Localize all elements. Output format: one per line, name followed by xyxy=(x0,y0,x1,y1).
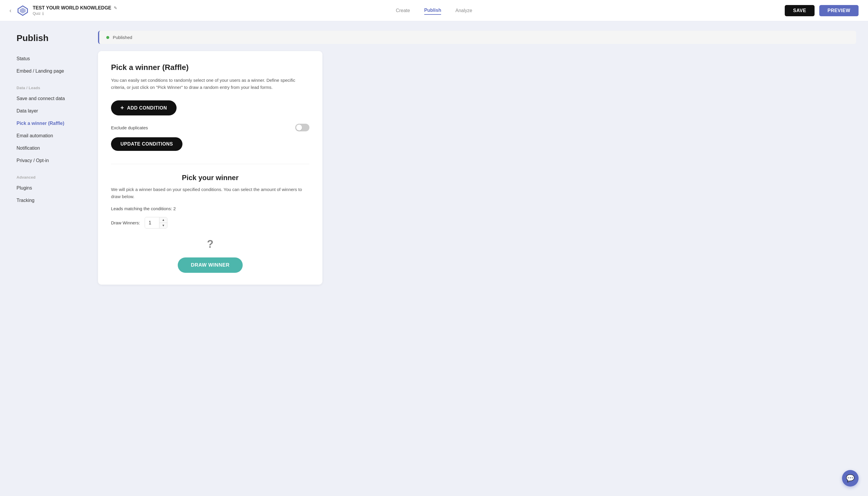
topnav-left: ‹ TEST YOUR WORLD KNOWLEDGE ✎ Quiz ℹ xyxy=(10,4,293,17)
content-area: Published Pick a winner (Raffle) You can… xyxy=(89,21,868,496)
spinner-down-button[interactable]: ▼ xyxy=(159,223,167,228)
exclude-duplicates-toggle[interactable] xyxy=(295,124,309,131)
nav-publish[interactable]: Publish xyxy=(424,6,441,15)
main-layout: Publish Status Embed / Landing page Data… xyxy=(0,21,868,496)
sidebar-item-email-automation[interactable]: Email automation xyxy=(17,129,79,142)
svg-marker-1 xyxy=(20,8,26,14)
sidebar-item-plugins[interactable]: Plugins xyxy=(17,182,79,194)
chat-icon: 💬 xyxy=(846,474,855,482)
add-condition-label: ADD CONDITION xyxy=(127,105,167,111)
draw-winners-label: Draw Winners: xyxy=(111,220,140,225)
spinner-buttons: ▲ ▼ xyxy=(159,217,167,228)
sidebar-item-raffle[interactable]: Pick a winner (Raffle) xyxy=(17,117,79,129)
question-area: ? xyxy=(111,238,309,250)
plus-icon: + xyxy=(121,105,124,111)
sidebar-item-status[interactable]: Status xyxy=(17,52,79,65)
quiz-title: TEST YOUR WORLD KNOWLEDGE ✎ xyxy=(33,5,117,11)
add-condition-button[interactable]: + ADD CONDITION xyxy=(111,100,176,115)
sidebar-section-advanced: Advanced xyxy=(17,173,79,181)
title-block: TEST YOUR WORLD KNOWLEDGE ✎ Quiz ℹ xyxy=(33,5,117,16)
update-conditions-button[interactable]: UPDATE CONDITIONS xyxy=(111,137,183,151)
save-button[interactable]: SAVE xyxy=(785,5,814,16)
raffle-card: Pick a winner (Raffle) You can easily se… xyxy=(98,51,322,284)
sidebar-item-save-connect[interactable]: Save and connect data xyxy=(17,92,79,105)
exclude-duplicates-label: Exclude duplicates xyxy=(111,125,148,130)
sidebar: Publish Status Embed / Landing page Data… xyxy=(0,21,89,496)
nav-create[interactable]: Create xyxy=(396,7,410,14)
sidebar-nav: Status Embed / Landing page Data / Leads… xyxy=(17,52,79,207)
raffle-section-desc: You can easily set conditions to randoml… xyxy=(111,77,309,91)
raffle-section-title: Pick a winner (Raffle) xyxy=(111,63,309,72)
spinner-up-button[interactable]: ▲ xyxy=(159,217,167,223)
status-dot-icon xyxy=(106,36,109,39)
quiz-subtitle: Quiz ℹ xyxy=(33,11,117,16)
sidebar-item-tracking[interactable]: Tracking xyxy=(17,194,79,207)
topnav: ‹ TEST YOUR WORLD KNOWLEDGE ✎ Quiz ℹ Cre… xyxy=(0,0,868,21)
preview-button[interactable]: PREVIEW xyxy=(819,5,858,16)
draw-winners-row: Draw Winners: ▲ ▼ xyxy=(111,217,309,229)
draw-winners-spinner[interactable]: ▲ ▼ xyxy=(145,217,167,229)
draw-winners-input[interactable] xyxy=(145,218,159,228)
info-icon[interactable]: ℹ xyxy=(42,11,44,16)
topnav-center: Create Publish Analyze xyxy=(293,6,576,15)
sidebar-item-notification[interactable]: Notification xyxy=(17,142,79,154)
pick-winner-title: Pick your winner xyxy=(111,174,309,182)
status-bar: Published xyxy=(98,31,856,44)
sidebar-item-privacy[interactable]: Privacy / Opt-in xyxy=(17,154,79,167)
question-mark-icon: ? xyxy=(207,238,214,250)
section-divider xyxy=(111,164,309,164)
back-arrow-icon[interactable]: ‹ xyxy=(10,7,12,14)
status-text: Published xyxy=(113,35,132,40)
pick-winner-desc: We will pick a winner based on your spec… xyxy=(111,186,309,200)
nav-analyze[interactable]: Analyze xyxy=(455,7,472,14)
topnav-right: SAVE PREVIEW xyxy=(575,5,858,16)
sidebar-section-data-leads: Data / Leads xyxy=(17,83,79,91)
logo-icon xyxy=(16,4,29,17)
sidebar-item-embed[interactable]: Embed / Landing page xyxy=(17,65,79,77)
draw-winner-button[interactable]: DRAW WINNER xyxy=(178,258,243,273)
chat-bubble-button[interactable]: 💬 xyxy=(842,470,858,486)
sidebar-title: Publish xyxy=(17,33,79,43)
exclude-duplicates-row: Exclude duplicates xyxy=(111,124,309,131)
sidebar-item-data-layer[interactable]: Data layer xyxy=(17,105,79,117)
edit-icon[interactable]: ✎ xyxy=(114,5,117,10)
leads-matching-text: Leads matching the conditions: 2 xyxy=(111,206,309,211)
